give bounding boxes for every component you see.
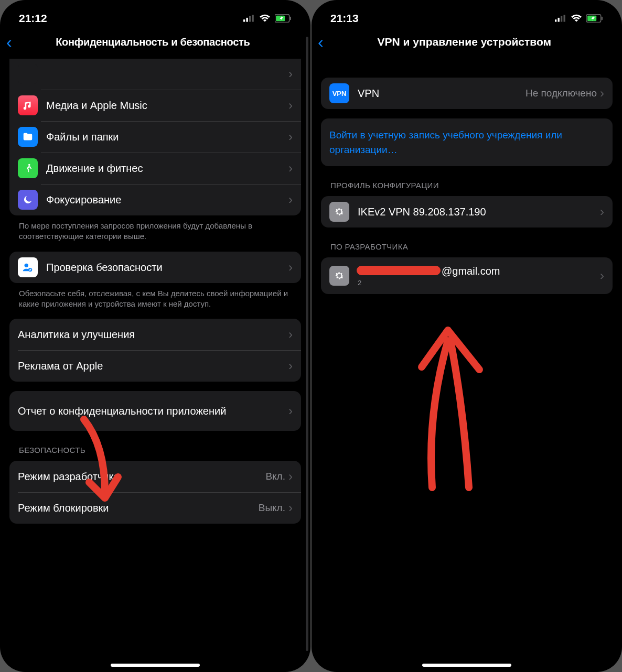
status-bar: 21:13 [312,0,622,27]
row-label: @gmail.com2 [358,264,600,288]
row-apple-ads[interactable]: Реклама от Apple › [9,350,301,382]
scrollbar[interactable] [306,37,308,651]
back-chevron-icon[interactable]: ‹ [4,34,17,50]
partial-row[interactable]: › [9,59,301,90]
group2-footer: Обезопасьте себя, отслеживая, с кем Вы д… [9,283,301,310]
group-signin-org: Войти в учетную запись учебного учрежден… [321,118,613,166]
group-privacy-categories: › Медиа и Apple Music › Файлы и папки › … [9,59,301,215]
developer-apps-header: ПО РАЗРАБОТЧИКА [321,227,613,254]
group-security: Режим разработчика Вкл. › Режим блокиров… [9,461,301,524]
row-label: Медиа и Apple Music [46,99,288,112]
row-detail: Не подключено [526,88,597,99]
row-analytics[interactable]: Аналитика и улучшения › [9,319,301,350]
back-chevron-icon[interactable]: ‹ [316,34,329,50]
safety-check-icon [18,257,38,277]
row-developer-mode[interactable]: Режим разработчика Вкл. › [9,461,301,492]
status-icons [243,14,292,23]
row-focus[interactable]: Фокусирование › [9,184,301,215]
signal-icon [555,15,566,22]
svg-rect-2 [249,16,251,22]
group-vpn: VPN VPN Не подключено › [321,78,613,109]
row-vpn[interactable]: VPN VPN Не подключено › [321,78,613,109]
row-label: Режим блокировки [18,501,259,515]
nav-title: Конфиденциальность и безопасность [17,36,306,48]
row-safety-check[interactable]: Проверка безопасности › [9,252,301,283]
group-developer-apps: @gmail.com2 › [321,257,613,294]
wifi-icon [259,14,271,23]
folder-icon [18,127,38,147]
row-media-apple-music[interactable]: Медиа и Apple Music › [9,90,301,121]
music-icon [18,95,38,115]
row-label: Проверка безопасности [46,261,288,274]
row-developer-app[interactable]: @gmail.com2 › [321,257,613,294]
chevron-right-icon: › [288,131,293,143]
svg-point-8 [28,164,30,166]
chevron-right-icon: › [288,261,293,274]
group-analytics-ads: Аналитика и улучшения › Реклама от Apple… [9,319,301,382]
chevron-right-icon: › [600,205,604,218]
row-label: IKEv2 VPN 89.208.137.190 [358,205,600,219]
link-text: Войти в учетную запись учебного учрежден… [329,129,562,155]
group-app-privacy-report: Отчет о конфиденциальности приложений › [9,391,301,431]
status-time: 21:13 [330,12,359,25]
svg-point-9 [25,263,28,267]
right-screenshot: 21:13 ‹ VPN и управление устройством VPN… [312,0,622,672]
chevron-right-icon: › [600,269,604,282]
svg-rect-0 [243,19,245,21]
battery-icon [586,14,603,23]
status-time: 21:12 [19,12,47,25]
svg-rect-4 [246,18,248,22]
chevron-right-icon: › [288,99,293,112]
row-label: Движение и фитнес [46,161,288,175]
row-label: Файлы и папки [46,130,288,144]
status-bar: 21:12 [0,0,310,27]
group1-footer: По мере поступления запросов приложения … [9,215,301,242]
group-safety-check: Проверка безопасности › [9,252,301,283]
row-detail: Выкл. [259,502,285,514]
left-screenshot: 21:12 ‹ Конфиденциальность и безопасност… [0,0,310,672]
config-profile-header: ПРОФИЛЬ КОНФИГУРАЦИИ [321,166,613,193]
nav-title: VPN и управление устройством [329,36,618,48]
row-files-folders[interactable]: Файлы и папки › [9,121,301,153]
home-indicator[interactable] [111,664,200,667]
row-label: Фокусирование [46,193,288,207]
svg-rect-3 [252,15,254,21]
status-icons [555,14,603,23]
row-label: Аналитика и улучшения [18,328,288,341]
chevron-right-icon: › [288,360,293,372]
svg-rect-7 [290,17,291,20]
svg-rect-12 [558,18,560,22]
svg-rect-11 [555,19,556,21]
chevron-right-icon: › [288,470,293,483]
home-indicator[interactable] [422,664,511,667]
chevron-right-icon: › [288,68,293,80]
chevron-right-icon: › [288,193,293,206]
nav-bar: ‹ Конфиденциальность и безопасность [0,27,310,57]
nav-bar: ‹ VPN и управление устройством [312,27,622,57]
svg-rect-17 [602,17,603,20]
partial-icon [18,64,38,84]
chevron-right-icon: › [288,405,293,417]
vpn-icon: VPN [329,83,349,103]
row-label: Реклама от Apple [18,359,288,373]
row-detail: Вкл. [265,471,285,482]
row-motion-fitness[interactable]: Движение и фитнес › [9,153,301,184]
wifi-icon [571,14,582,23]
signal-icon [243,15,255,22]
chevron-right-icon: › [288,162,293,175]
row-lockdown-mode[interactable]: Режим блокировки Выкл. › [9,492,301,524]
chevron-right-icon: › [600,87,604,100]
svg-rect-13 [561,16,562,22]
annotation-arrow [390,320,506,498]
gear-icon [329,202,349,222]
battery-icon [275,14,292,23]
row-label: Режим разработчика [18,470,265,483]
security-section-header: БЕЗОПАСНОСТЬ [9,431,301,458]
group-config-profile: IKEv2 VPN 89.208.137.190 › [321,196,613,227]
row-signin-org[interactable]: Войти в учетную запись учебного учрежден… [321,118,613,166]
running-icon [18,158,38,178]
moon-icon [18,190,38,210]
row-app-privacy-report[interactable]: Отчет о конфиденциальности приложений › [9,391,301,431]
row-ikev2-profile[interactable]: IKEv2 VPN 89.208.137.190 › [321,196,613,227]
gear-icon [329,266,349,286]
